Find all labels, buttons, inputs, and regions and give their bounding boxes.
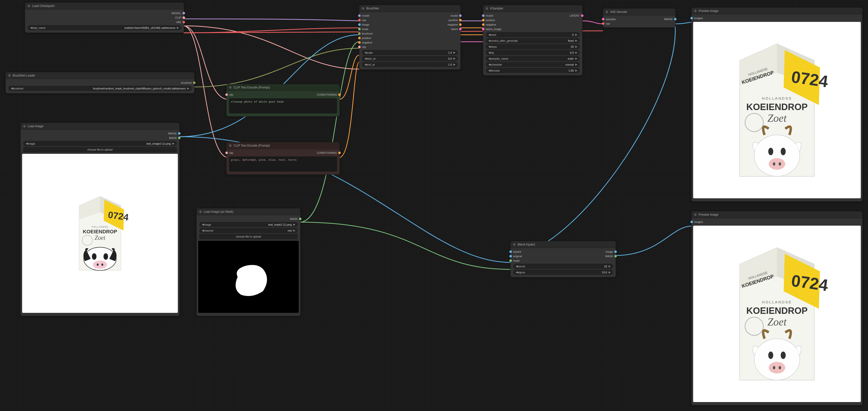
widget-start-at[interactable]: ◀start_at0.0▶: [362, 56, 458, 61]
arrow-right-icon[interactable]: ▶: [173, 142, 174, 145]
arrow-left-icon[interactable]: ◀: [488, 33, 490, 36]
arrow-left-icon[interactable]: ◀: [30, 26, 32, 29]
collapse-icon[interactable]: [694, 10, 696, 12]
port-latent-out[interactable]: [581, 14, 584, 17]
arrow-right-icon[interactable]: ▶: [609, 271, 611, 274]
port-samples-in[interactable]: [602, 18, 604, 21]
port-model-in[interactable]: [482, 14, 485, 17]
port-model-in[interactable]: [358, 14, 361, 17]
arrow-right-icon[interactable]: ▶: [575, 57, 577, 60]
port-vae-in[interactable]: [602, 22, 604, 25]
port-vae[interactable]: [183, 21, 185, 23]
port-images-in[interactable]: [690, 17, 693, 20]
arrow-left-icon[interactable]: ◀: [202, 229, 204, 232]
port-clip[interactable]: [225, 151, 228, 154]
arrow-left-icon[interactable]: ◀: [516, 271, 518, 274]
prompt-textarea[interactable]: closeup photo of white goat head: [229, 98, 337, 113]
choose-file-button[interactable]: choose file to upload: [199, 234, 298, 239]
port-original-in[interactable]: [509, 255, 512, 258]
port-image-out[interactable]: [614, 250, 617, 253]
widget-brushnet-path[interactable]: ◀brushnetbrushnet/random_mask_brushnet_c…: [8, 86, 192, 91]
arrow-right-icon[interactable]: ▶: [609, 265, 611, 268]
port-negative-out[interactable]: [459, 23, 462, 26]
collapse-icon[interactable]: [229, 144, 231, 147]
node-ksampler[interactable]: KSampler modelLATENT positive negative l…: [483, 5, 583, 75]
arrow-left-icon[interactable]: ◀: [488, 57, 490, 60]
arrow-right-icon[interactable]: ▶: [293, 223, 295, 226]
arrow-left-icon[interactable]: ◀: [488, 69, 490, 72]
node-vae-decode[interactable]: VAE Decode samplesIMAGE vae: [603, 8, 676, 28]
port-images-in[interactable]: [690, 221, 693, 223]
node-blend-inpaint[interactable]: Blend Inpaint inpaintimage originalMASK …: [510, 241, 616, 277]
arrow-left-icon[interactable]: ◀: [364, 63, 366, 66]
node-load-checkpoint[interactable]: Load Checkpoint MODEL CLIP VAE ◀ckpt_nam…: [25, 2, 184, 33]
prompt-textarea[interactable]: grass, deformed, pink, blue, text, horns: [229, 157, 337, 171]
arrow-right-icon[interactable]: ▶: [454, 63, 455, 66]
arrow-right-icon[interactable]: ▶: [575, 33, 577, 36]
widget-sampler-name[interactable]: ◀sampler_nameeuler▶: [486, 56, 580, 61]
node-brushnet[interactable]: BrushNet modelmodel vaepositive imageneg…: [359, 5, 461, 70]
port-clip-in[interactable]: [358, 46, 361, 48]
arrow-left-icon[interactable]: ◀: [488, 63, 490, 66]
arrow-left-icon[interactable]: ◀: [488, 45, 490, 48]
node-preview-image-1[interactable]: Preview Image images HOLLANDSE KOEIENDRO…: [691, 7, 863, 202]
collapse-icon[interactable]: [23, 125, 26, 128]
arrow-right-icon[interactable]: ▶: [575, 51, 577, 54]
port-model[interactable]: [183, 12, 185, 14]
widget-scale[interactable]: ◀scale1.0▶: [362, 50, 458, 55]
widget-sigma[interactable]: ◀sigma10.0▶: [513, 270, 613, 275]
collapse-icon[interactable]: [362, 7, 364, 10]
arrow-right-icon[interactable]: ▶: [454, 51, 455, 54]
port-latent-in[interactable]: [482, 28, 485, 30]
node-load-image[interactable]: Load Image IMAGE MASK ◀imagetest_image2 …: [21, 123, 180, 316]
port-brushnet-in[interactable]: [358, 32, 361, 35]
widget-seed[interactable]: ◀seed0▶: [486, 32, 580, 37]
arrow-left-icon[interactable]: ◀: [26, 142, 28, 145]
collapse-icon[interactable]: [606, 11, 608, 13]
port-negative-in[interactable]: [358, 41, 361, 44]
port-mask-in[interactable]: [358, 28, 361, 30]
port-latent-out[interactable]: [459, 28, 462, 30]
collapse-icon[interactable]: [486, 7, 488, 10]
widget-kernel[interactable]: ◀kernel10▶: [513, 264, 613, 269]
arrow-right-icon[interactable]: ▶: [454, 57, 455, 60]
widget-control-after-generate[interactable]: ◀control_after_generatefixed▶: [486, 38, 580, 43]
port-image-in[interactable]: [358, 23, 361, 26]
arrow-left-icon[interactable]: ◀: [488, 51, 490, 54]
collapse-icon[interactable]: [199, 210, 202, 213]
arrow-right-icon[interactable]: ▶: [177, 26, 179, 29]
port-inpaint-in[interactable]: [509, 250, 512, 253]
node-load-image-as-mask[interactable]: Load Image (as Mask) MASK ◀imagetest_mas…: [196, 208, 301, 316]
arrow-right-icon[interactable]: ▶: [575, 45, 577, 48]
port-conditioning[interactable]: [338, 94, 341, 96]
widget-image-path[interactable]: ◀imagetest_mask2 (1).png▶: [199, 222, 298, 227]
port-mask[interactable]: [178, 137, 181, 139]
arrow-left-icon[interactable]: ◀: [364, 51, 366, 54]
arrow-right-icon[interactable]: ▶: [575, 63, 577, 66]
port-positive-in[interactable]: [482, 19, 485, 21]
node-preview-image-2[interactable]: Preview Image images HOLLANDSE KOEIENDRO…: [691, 211, 863, 405]
node-clip-text-encode-negative[interactable]: CLIP Text Encode (Prompt) clip CONDITION…: [226, 142, 340, 175]
port-mask-out[interactable]: [614, 255, 617, 258]
port-image-out[interactable]: [674, 18, 677, 21]
widget-denoise[interactable]: ◀denoise1.00▶: [486, 68, 580, 73]
arrow-left-icon[interactable]: ◀: [364, 57, 366, 60]
node-clip-text-encode-positive[interactable]: CLIP Text Encode (Prompt) clip CONDITION…: [226, 84, 340, 116]
widget-end-at[interactable]: ◀end_at1.0▶: [362, 62, 458, 67]
arrow-left-icon[interactable]: ◀: [516, 265, 518, 268]
arrow-left-icon[interactable]: ◀: [202, 223, 204, 226]
collapse-icon[interactable]: [513, 243, 516, 246]
port-conditioning[interactable]: [338, 151, 341, 154]
port-positive-in[interactable]: [358, 37, 361, 39]
arrow-right-icon[interactable]: ▶: [187, 87, 189, 90]
widget-scheduler[interactable]: ◀schedulernormal▶: [486, 62, 580, 67]
collapse-icon[interactable]: [229, 86, 231, 89]
widget-cfg[interactable]: ◀cfg8.0▶: [486, 50, 580, 55]
arrow-left-icon[interactable]: ◀: [11, 87, 13, 90]
widget-channel[interactable]: ◀channelred▶: [199, 228, 298, 233]
arrow-right-icon[interactable]: ▶: [575, 69, 577, 72]
port-vae-in[interactable]: [358, 19, 361, 21]
port-brushnet[interactable]: [193, 81, 195, 84]
port-positive-out[interactable]: [459, 19, 462, 21]
arrow-right-icon[interactable]: ▶: [575, 39, 577, 42]
